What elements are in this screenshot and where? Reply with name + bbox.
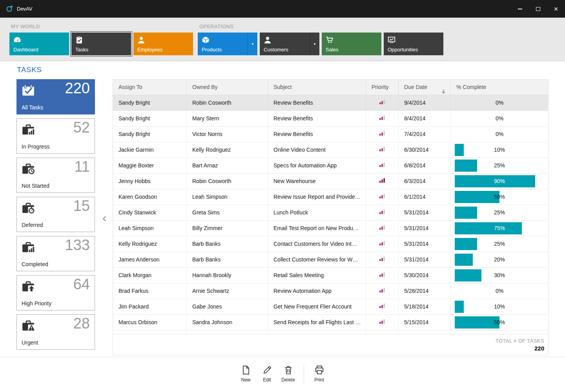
cell-subject: Online Video Content <box>268 142 366 158</box>
ribbon-button-label: Customers <box>264 47 288 53</box>
priority-normal-icon <box>379 236 386 252</box>
table-row[interactable]: Clark MorganHannah BrooklyRetail Sales M… <box>113 268 548 283</box>
cell-subject: Review Issue Report and Provide… <box>268 189 366 205</box>
minimize-button[interactable] <box>511 0 529 18</box>
table-row[interactable]: Brad FarkusArnie SchwartzReview Automati… <box>113 283 548 299</box>
column-header-priority[interactable]: Priority <box>366 80 399 95</box>
cell-pct-complete: 0% <box>451 127 548 142</box>
cell-subject: Review Automation App <box>268 283 366 299</box>
toolbar-button-label: Edit <box>263 377 271 383</box>
cell-pct-complete: 30% <box>451 268 548 283</box>
ribbon-button-tasks[interactable]: Tasks <box>71 33 131 55</box>
urgent-icon <box>21 319 35 333</box>
ribbon-button-sales[interactable]: Sales <box>322 33 381 55</box>
task-filter-tile-urgent[interactable]: 28Urgent <box>16 314 95 350</box>
cell-subject: Specs for Automation App <box>268 158 366 173</box>
cell-assign-to: Sandy Bright <box>113 127 187 142</box>
dropdown-arrow-icon[interactable]: ▼ <box>310 33 319 55</box>
table-row[interactable]: Sandy BrightMary SternReview Benefits8/4… <box>113 111 548 127</box>
clipped-cell <box>399 330 451 334</box>
table-row[interactable]: Marcus OrbisonSandra JohnsonSend Receipt… <box>113 315 548 330</box>
total-tasks-value: 220 <box>534 345 544 352</box>
cell-owned-by: Leah Simpson <box>187 189 268 205</box>
priority-normal-icon <box>379 315 386 330</box>
ribbon-button-label: Dashboard <box>13 47 38 53</box>
table-row[interactable]: Jenny HobbsRobin CosworthNew Warehourse6… <box>113 174 548 189</box>
new-button[interactable]: New <box>235 365 257 392</box>
ribbon-group-operations: OPERATIONSProducts▼Customers▼SalesOpport… <box>198 23 443 61</box>
cell-subject: Contact Customers for Video Int… <box>268 236 366 252</box>
print-button[interactable]: Print <box>309 365 330 392</box>
table-row[interactable]: Maggie BoxterBart ArnazSpecs for Automat… <box>113 158 548 174</box>
column-header-subject[interactable]: Subject <box>268 80 366 95</box>
ribbon-button-employees[interactable]: Employees <box>133 33 193 55</box>
cell-owned-by: Greta Sims <box>187 205 268 220</box>
column-header-label: Assign To <box>118 84 142 90</box>
table-row[interactable]: Sandy BrightRobin CosworthReview Benefit… <box>113 95 548 111</box>
app-logo-icon <box>5 5 13 13</box>
table-row[interactable]: Kelly RodriguezBarb BanksContact Custome… <box>113 236 548 252</box>
cell-owned-by: Robin Cosworth <box>187 95 268 111</box>
tile-label: In Progress <box>22 143 50 150</box>
pct-complete-label: 0% <box>451 95 548 111</box>
tile-count: 64 <box>73 276 90 293</box>
pct-complete-label: 50% <box>451 189 548 205</box>
table-footer: TOTAL # OF TASKS 220 <box>113 334 548 355</box>
table-body: Sandy BrightRobin CosworthReview Benefit… <box>113 95 548 334</box>
tile-label: All Tasks <box>22 104 43 111</box>
cell-assign-to: Clark Morgan <box>113 268 187 283</box>
priority-normal-icon <box>379 158 386 173</box>
task-filter-tile-high-priority[interactable]: 64High Priority <box>16 275 95 310</box>
tile-label: Completed <box>22 261 48 267</box>
table-row[interactable]: Jackie GarminKelly RodriguezOnline Video… <box>113 142 548 158</box>
cell-pct-complete: 75% <box>451 221 548 236</box>
pct-complete-label: 20% <box>451 252 548 267</box>
ribbon-button-label: Employees <box>137 47 162 53</box>
tile-label: Deferred <box>22 222 43 228</box>
cell-subject: Collect Customer Reviews for W… <box>268 252 366 267</box>
close-button[interactable]: × <box>547 0 565 18</box>
task-filter-tile-in-progress[interactable]: 52In Progress <box>16 118 95 154</box>
pct-complete-label: 0% <box>451 127 548 142</box>
edit-button[interactable]: Edit <box>257 365 278 392</box>
ribbon-button-products[interactable]: Products▼ <box>198 33 257 55</box>
main-content: TASKS 220All Tasks52In Progress11Not Sta… <box>0 61 565 357</box>
ribbon-button-dashboard[interactable]: Dashboard <box>9 33 69 55</box>
pct-complete-label: 10% <box>451 299 548 314</box>
table-row[interactable]: James AndersonBarb BanksCollect Customer… <box>113 252 548 268</box>
delete-button[interactable]: Delete <box>278 365 299 392</box>
app-window: DevAV × MY WORLDDashboardTasksEmployeesO… <box>0 0 565 392</box>
cell-pct-complete: 25% <box>451 236 548 252</box>
sidebar-collapse-chevron[interactable]: ‹ <box>99 209 109 227</box>
column-header-assign-to[interactable]: Assign To <box>113 80 187 95</box>
table-row[interactable]: Leah SimpsonBilly ZimmerEmail Test Repor… <box>113 221 548 236</box>
cell-assign-to: Sandy Bright <box>113 111 187 126</box>
maximize-button[interactable] <box>529 0 547 18</box>
cell-subject: Review Benefits <box>268 95 366 111</box>
column-header-due-date[interactable]: Due Date <box>399 80 451 95</box>
cell-owned-by: Barb Banks <box>187 252 268 267</box>
table-row[interactable]: Cindy StanwickGreta SimsLunch Potluck5/3… <box>113 205 548 221</box>
column-header--complete[interactable]: % Complete <box>451 80 548 95</box>
cell-due-date: 5/28/2014 <box>399 283 451 299</box>
ribbon-button-opportunities[interactable]: Opportunities <box>384 33 443 55</box>
task-filter-tile-completed[interactable]: 133Completed <box>16 236 95 271</box>
cell-owned-by: Robin Cosworth <box>187 174 268 189</box>
toolbar-button-label: New <box>241 377 250 383</box>
dropdown-arrow-icon[interactable]: ▼ <box>248 33 257 55</box>
task-filter-tile-all-tasks[interactable]: 220All Tasks <box>16 79 95 114</box>
table-row[interactable]: Karen GoodsonLeah SimpsonReview Issue Re… <box>113 189 548 205</box>
cell-subject: Get New Frequent Flier Account <box>268 299 366 314</box>
cell-owned-by: Victor Norris <box>187 127 268 142</box>
cell-priority <box>366 268 399 283</box>
ribbon-button-label: Sales <box>326 47 339 53</box>
cell-priority <box>366 189 399 205</box>
table-row[interactable]: Sandy BrightVictor NorrisReview Benefits… <box>113 127 548 142</box>
cell-pct-complete: 0% <box>451 283 548 299</box>
column-header-owned-by[interactable]: Owned By <box>187 80 268 95</box>
task-filter-tile-deferred[interactable]: 15Deferred <box>16 197 95 232</box>
cell-due-date: 8/4/2014 <box>399 111 451 126</box>
task-filter-tile-not-started[interactable]: 11Not Started <box>16 158 95 193</box>
table-row[interactable]: Jim PackardGabe JonesGet New Frequent Fl… <box>113 299 548 315</box>
ribbon-button-customers[interactable]: Customers▼ <box>260 33 319 55</box>
